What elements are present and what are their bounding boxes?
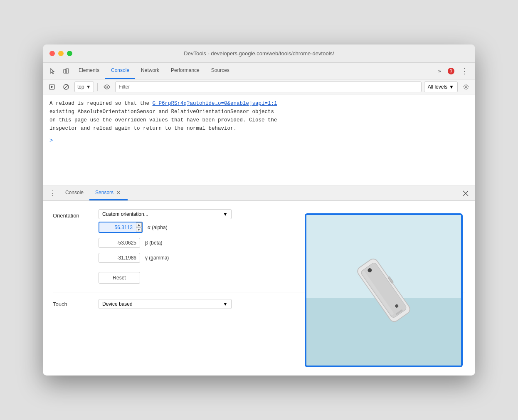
alpha-input[interactable] — [99, 223, 136, 232]
tab-network-label: Network — [141, 67, 159, 73]
error-badge: 1 — [444, 63, 458, 79]
orientation-dropdown-value: Custom orientation... — [102, 211, 148, 217]
svg-point-7 — [465, 86, 467, 88]
tab-elements[interactable]: Elements — [73, 63, 105, 79]
toolbar-divider-1 — [97, 83, 98, 91]
devtools-menu-button[interactable]: ⋮ — [458, 63, 472, 79]
gamma-row: γ (gamma) — [99, 253, 232, 263]
phone-svg — [306, 215, 461, 366]
bottom-more-button[interactable]: ⋮ — [46, 186, 59, 200]
tab-bottom-console-label: Console — [65, 190, 84, 195]
console-message-line1: A reload is required so that the G_P6rpR… — [49, 99, 469, 108]
devtools-tab-bar: Elements Console Network Performance Sou… — [43, 63, 475, 79]
devtools-window: DevTools - developers.google.com/web/too… — [43, 44, 475, 376]
tab-sources[interactable]: Sources — [205, 63, 235, 79]
console-output: A reload is required so that the G_P6rpR… — [43, 94, 475, 186]
title-bar: DevTools - developers.google.com/web/too… — [43, 44, 475, 63]
more-tabs-button[interactable]: » — [435, 63, 444, 79]
levels-label: All levels — [428, 84, 447, 90]
device-visualization-overlay — [305, 213, 463, 367]
console-message-line4: inspector and reload again to return to … — [49, 124, 469, 133]
beta-label: β (beta) — [145, 240, 163, 246]
orientation-controls: Custom orientation... ▼ ▲ ▼ α (alpha) — [99, 209, 232, 284]
device-toolbar-icon[interactable] — [59, 63, 73, 79]
maximize-button[interactable] — [67, 51, 72, 56]
window-title: DevTools - developers.google.com/web/too… — [43, 50, 475, 57]
orientation-dropdown-arrow: ▼ — [223, 211, 228, 217]
tab-elements-label: Elements — [79, 67, 99, 73]
filter-input[interactable] — [115, 82, 422, 92]
close-drawer-button[interactable] — [459, 186, 472, 200]
sensors-panel: Orientation Custom orientation... ▼ ▲ — [43, 201, 475, 376]
touch-dropdown-value: Device based — [102, 301, 133, 307]
alpha-increment[interactable]: ▲ — [136, 222, 142, 227]
beta-row: β (beta) — [99, 238, 232, 248]
bottom-more-icon: ⋮ — [49, 189, 56, 197]
console-message-line2: existing AbsoluteOrientationSensor and R… — [49, 108, 469, 116]
tab-sources-label: Sources — [211, 67, 229, 73]
touch-dropdown[interactable]: Device based ▼ — [99, 299, 232, 309]
svg-line-5 — [64, 85, 68, 89]
bottom-tab-bar: ⋮ Console Sensors ✕ — [43, 186, 475, 201]
orientation-dropdown[interactable]: Custom orientation... ▼ — [99, 209, 232, 219]
cursor-icon[interactable] — [46, 63, 59, 79]
error-count: 1 — [448, 68, 454, 74]
levels-arrow: ▼ — [449, 84, 454, 90]
tab-console[interactable]: Console — [105, 63, 135, 79]
console-message-line3: on this page use the overridden values t… — [49, 116, 469, 124]
svg-rect-0 — [64, 69, 67, 73]
svg-marker-3 — [51, 86, 53, 88]
eye-icon-button[interactable] — [101, 81, 113, 93]
tab-performance[interactable]: Performance — [165, 63, 205, 79]
block-icon-button[interactable] — [60, 81, 72, 93]
settings-gear-button[interactable] — [460, 81, 472, 93]
tab-console-label: Console — [111, 67, 129, 73]
tab-network[interactable]: Network — [135, 63, 165, 79]
console-toolbar: top ▼ All levels ▼ — [43, 79, 475, 94]
context-selector[interactable]: top ▼ — [74, 82, 94, 92]
alpha-decrement[interactable]: ▼ — [136, 227, 142, 232]
gamma-label: γ (gamma) — [145, 255, 169, 261]
play-button[interactable] — [46, 81, 58, 93]
context-dropdown-arrow: ▼ — [86, 84, 91, 90]
console-prompt[interactable]: > — [49, 136, 469, 145]
alpha-row: ▲ ▼ α (alpha) — [99, 222, 232, 233]
console-link[interactable]: G_P6rpRSr4g?autohide…o=0&enablejsapi=1:1 — [153, 101, 277, 106]
alpha-label: α (alpha) — [148, 225, 168, 230]
tab-bottom-console[interactable]: Console — [59, 186, 89, 200]
gamma-input[interactable] — [99, 253, 140, 263]
reset-button[interactable]: Reset — [99, 272, 140, 284]
tab-bottom-sensors-label: Sensors — [95, 190, 113, 195]
tab-performance-label: Performance — [171, 67, 200, 73]
bottom-panel: ⋮ Console Sensors ✕ Orientation — [43, 186, 475, 376]
context-value: top — [77, 84, 84, 90]
window-controls — [49, 51, 72, 56]
levels-dropdown[interactable]: All levels ▼ — [424, 82, 458, 92]
device-viz-inner — [306, 215, 461, 366]
minimize-button[interactable] — [58, 51, 64, 56]
sensors-tab-close[interactable]: ✕ — [115, 189, 122, 196]
alpha-stepper: ▲ ▼ — [136, 222, 142, 232]
touch-dropdown-arrow: ▼ — [223, 301, 228, 307]
touch-label: Touch — [53, 301, 90, 307]
beta-input[interactable] — [99, 238, 140, 248]
close-button[interactable] — [49, 51, 55, 56]
orientation-label: Orientation — [53, 209, 90, 219]
svg-point-6 — [106, 86, 108, 88]
tab-bottom-sensors[interactable]: Sensors ✕ — [89, 186, 128, 200]
